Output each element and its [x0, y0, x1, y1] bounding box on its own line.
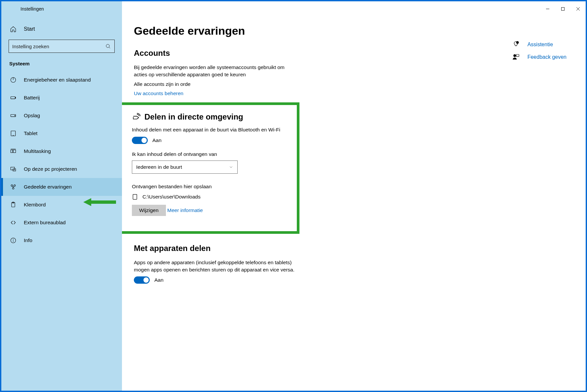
window-title: Instellingen — [20, 6, 44, 12]
share-from-select[interactable]: Iedereen in de buurt — [132, 160, 238, 174]
search-box[interactable] — [9, 40, 115, 53]
sidebar-category: Systeem — [1, 56, 122, 68]
svg-rect-15 — [13, 150, 16, 153]
svg-rect-17 — [11, 167, 15, 170]
sidebar: Start Systeem Energiebeheer en slaapstan… — [1, 1, 122, 391]
sidebar-item-shared[interactable]: Gedeelde ervaringen — [1, 178, 122, 196]
sidebar-item-tablet[interactable]: Tablet — [1, 125, 122, 142]
save-to-label: Ontvangen bestanden hier opslaan — [132, 184, 287, 190]
remote-icon — [10, 219, 17, 226]
save-path-row: C:\Users\user\Downloads — [132, 193, 287, 201]
svg-point-4 — [106, 44, 109, 48]
svg-rect-9 — [15, 97, 16, 98]
content-pane[interactable]: ? Assistentie Feedback geven Gedeelde er… — [122, 1, 586, 391]
sidebar-item-battery[interactable]: Batterij — [1, 89, 122, 107]
devices-desc: Apps op andere apparaten (inclusief geko… — [134, 259, 299, 273]
sidebar-item-label: Klembord — [24, 202, 46, 208]
sidebar-home-label: Start — [24, 26, 35, 32]
svg-point-21 — [13, 188, 14, 189]
sidebar-item-clipboard[interactable]: Klembord — [1, 196, 122, 214]
help-link-label: Assistentie — [528, 42, 553, 48]
search-icon — [105, 44, 111, 49]
nearby-heading: Delen in directe omgeving — [144, 112, 243, 122]
folder-icon — [132, 193, 138, 201]
sidebar-item-label: Multitasking — [24, 148, 51, 154]
sidebar-nav: Energiebeheer en slaapstand Batterij Ops… — [1, 71, 122, 249]
sidebar-item-info[interactable]: Info — [1, 232, 122, 249]
more-info-link[interactable]: Meer informatie — [167, 207, 203, 213]
sidebar-item-label: Op deze pc projecteren — [24, 166, 77, 172]
change-folder-button[interactable]: Wijzigen — [132, 205, 166, 216]
close-button[interactable] — [570, 4, 586, 14]
manage-accounts-link[interactable]: Uw accounts beheren — [134, 90, 183, 96]
sidebar-item-label: Tablet — [24, 130, 37, 136]
feedback-icon — [512, 53, 520, 61]
help-link[interactable]: ? Assistentie — [512, 41, 567, 48]
multitask-icon — [10, 148, 17, 155]
svg-rect-12 — [11, 131, 15, 136]
sidebar-item-label: Energiebeheer en slaapstand — [24, 77, 91, 83]
svg-rect-1 — [562, 7, 565, 10]
svg-rect-30 — [516, 54, 519, 56]
project-icon — [10, 166, 17, 172]
feedback-link-label: Feedback geven — [528, 54, 567, 60]
sidebar-home[interactable]: Start — [1, 21, 122, 37]
svg-rect-14 — [11, 150, 13, 153]
power-icon — [10, 77, 17, 83]
sidebar-item-remote[interactable]: Extern bureaublad — [1, 214, 122, 232]
sidebar-item-project[interactable]: Op deze pc projecteren — [1, 160, 122, 178]
svg-point-29 — [513, 54, 516, 57]
svg-line-5 — [109, 47, 110, 48]
tablet-icon — [10, 130, 17, 137]
svg-rect-31 — [133, 195, 137, 199]
battery-icon — [10, 94, 17, 101]
sidebar-item-label: Opslag — [24, 113, 40, 119]
accounts-heading: Accounts — [134, 49, 572, 58]
page-title: Gedeelde ervaringen — [134, 24, 572, 37]
devices-toggle-state: Aan — [154, 277, 164, 283]
home-icon — [10, 26, 17, 32]
accounts-status: Alle accounts zijn in orde — [134, 81, 572, 87]
info-icon — [10, 237, 17, 244]
right-links: ? Assistentie Feedback geven — [512, 41, 567, 61]
help-icon: ? — [512, 41, 520, 48]
nearby-desc: Inhoud delen met een apparaat in de buur… — [132, 126, 287, 133]
maximize-button[interactable] — [555, 4, 570, 14]
svg-text:?: ? — [517, 42, 518, 44]
nearby-toggle-state: Aan — [152, 137, 162, 143]
storage-icon — [10, 112, 17, 119]
shared-icon — [10, 184, 17, 190]
share-icon — [132, 113, 140, 121]
nearby-toggle[interactable] — [132, 137, 148, 144]
feedback-link[interactable]: Feedback geven — [512, 53, 567, 61]
accounts-desc: Bij gedeelde ervaringen worden alle syst… — [134, 64, 293, 78]
sidebar-item-label: Batterij — [24, 95, 40, 101]
sidebar-item-label: Info — [24, 237, 32, 243]
share-from-value: Iedereen in de buurt — [136, 164, 182, 170]
sidebar-item-power[interactable]: Energiebeheer en slaapstand — [1, 71, 122, 89]
svg-rect-8 — [11, 97, 15, 99]
svg-point-11 — [15, 115, 15, 116]
svg-point-26 — [13, 239, 14, 239]
save-path: C:\Users\user\Downloads — [142, 194, 201, 200]
sidebar-item-label: Gedeelde ervaringen — [24, 184, 72, 190]
clipboard-icon — [10, 201, 17, 208]
minimize-button[interactable] — [540, 4, 555, 14]
sidebar-item-label: Extern bureaublad — [24, 220, 66, 226]
settings-window: Instellingen Start Systeem — [1, 1, 586, 391]
devices-toggle[interactable] — [134, 276, 150, 284]
sidebar-item-storage[interactable]: Opslag — [1, 107, 122, 125]
devices-heading: Met apparaten delen — [134, 244, 572, 253]
chevron-down-icon — [229, 165, 233, 169]
search-input[interactable] — [12, 44, 105, 49]
share-from-label: Ik kan inhoud delen of ontvangen van — [132, 151, 287, 157]
sidebar-item-multitask[interactable]: Multitasking — [1, 142, 122, 160]
nearby-sharing-section: Delen in directe omgeving Inhoud delen m… — [122, 102, 299, 234]
